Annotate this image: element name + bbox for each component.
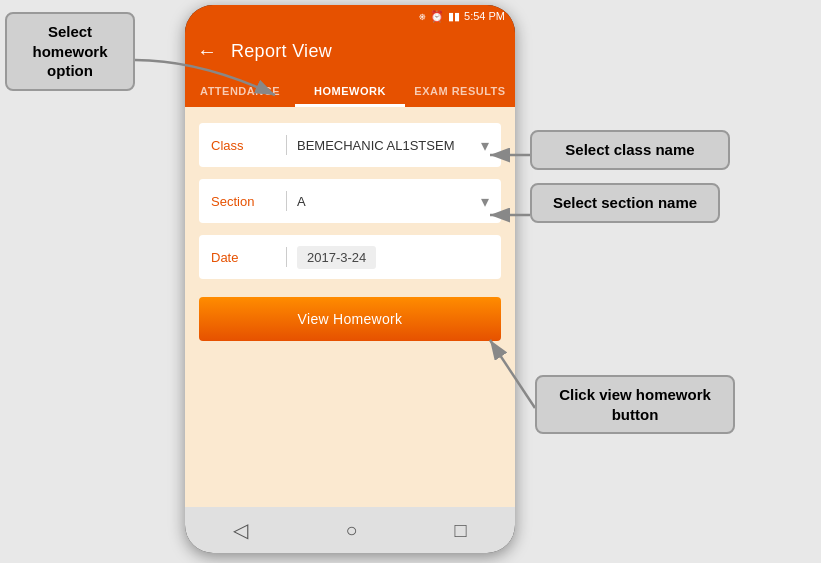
callout-view-homework: Click view homework button	[535, 375, 735, 434]
page-wrapper: Select homework option Select class name…	[0, 0, 821, 563]
callout-select-class: Select class name	[530, 130, 730, 170]
callout-select-section: Select section name	[530, 183, 720, 223]
callout-select-class-text: Select class name	[565, 141, 694, 158]
callout-select-homework: Select homework option	[5, 12, 135, 91]
callout-view-homework-text: Click view homework button	[559, 386, 711, 423]
callout-select-homework-text: Select homework option	[32, 23, 107, 79]
callout-select-section-text: Select section name	[553, 194, 697, 211]
